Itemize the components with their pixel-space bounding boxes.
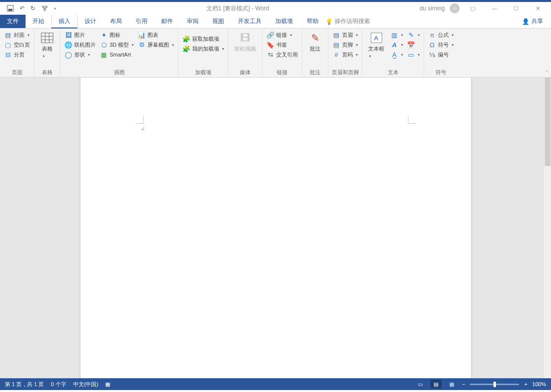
symbol-button[interactable]: Ω符号▾ <box>427 40 455 49</box>
signature-icon: ✎ <box>407 31 415 39</box>
ribbon-display-icon[interactable]: ▢ <box>464 3 481 14</box>
number-icon: ⅓ <box>428 51 436 58</box>
icons-icon: ✦ <box>100 31 108 39</box>
scrollbar-thumb[interactable] <box>545 78 551 166</box>
comment-icon: ✎ <box>308 31 322 44</box>
dropcap-icon: A̲ <box>390 51 398 58</box>
user-name[interactable]: du siming <box>420 5 445 12</box>
group-media: 🎞 联机视频 媒体 <box>229 28 262 77</box>
tab-insert[interactable]: 插入 <box>51 15 78 28</box>
smartart-button[interactable]: ▦SmartArt <box>99 50 135 59</box>
group-pages: ▤封面▾ ▢空白页 ⊟分页 页面 <box>0 28 34 77</box>
zoom-level[interactable]: 100% <box>532 381 546 387</box>
shapes-icon: ◯ <box>64 51 72 58</box>
margin-marker-icon <box>136 116 144 124</box>
wordart-icon: A <box>390 41 398 49</box>
page[interactable]: ↲ <box>81 78 471 378</box>
page-number-button[interactable]: #页码▾ <box>331 50 359 59</box>
avatar[interactable] <box>450 3 460 13</box>
my-addins-icon: 🧩 <box>182 45 190 53</box>
datetime-icon: 📅 <box>407 41 415 49</box>
tab-help[interactable]: 帮助 <box>300 15 325 28</box>
table-button[interactable]: 表格▾ <box>36 29 58 60</box>
page-break-button[interactable]: ⊟分页 <box>3 50 31 59</box>
redo-icon[interactable]: ↻ <box>30 5 35 12</box>
tab-design[interactable]: 设计 <box>78 15 103 28</box>
blank-page-button[interactable]: ▢空白页 <box>3 40 31 49</box>
close-icon[interactable]: ✕ <box>529 3 546 14</box>
undo-icon[interactable]: ↶ <box>20 5 25 12</box>
equation-button[interactable]: π公式▾ <box>427 30 455 39</box>
drop-cap-button[interactable]: A̲▾ <box>389 50 404 59</box>
pictures-button[interactable]: 🖼图片 <box>63 30 97 39</box>
pictures-icon: 🖼 <box>64 31 72 39</box>
maximize-icon[interactable]: ☐ <box>508 3 524 14</box>
ribbon: ▤封面▾ ▢空白页 ⊟分页 页面 表格▾ 表格 🖼图片 🌐联机图片 ◯形状▾ ✦… <box>0 28 551 78</box>
number-button[interactable]: ⅓编号 <box>427 50 455 59</box>
word-count[interactable]: 0 个字 <box>51 381 66 388</box>
tell-me-search[interactable]: 💡 操作说明搜索 <box>325 15 379 28</box>
chart-button[interactable]: 📊图表 <box>137 30 175 39</box>
group-label: 页眉和页脚 <box>330 68 360 77</box>
zoom-slider[interactable] <box>470 384 519 385</box>
comment-button[interactable]: ✎ 批注 <box>304 29 326 55</box>
web-layout-icon[interactable]: ▦ <box>446 380 457 389</box>
minimize-icon[interactable]: — <box>486 3 503 14</box>
page-break-icon: ⊟ <box>4 51 12 58</box>
screenshot-button[interactable]: ⧉屏幕截图▾ <box>137 40 175 49</box>
language-indicator[interactable]: 中文(中国) <box>73 381 98 388</box>
tab-view[interactable]: 视图 <box>205 15 231 28</box>
textbox-button[interactable]: A 文本框▾ <box>364 29 388 60</box>
cross-reference-button[interactable]: ⇆交叉引用 <box>265 50 299 59</box>
header-icon: ▤ <box>332 31 340 39</box>
object-button[interactable]: ▭▾ <box>406 50 421 59</box>
link-button[interactable]: 🔗链接▾ <box>265 30 299 39</box>
tab-home[interactable]: 开始 <box>26 15 51 28</box>
wordart-button[interactable]: A▾ <box>389 40 404 49</box>
customize-qat-icon[interactable] <box>41 5 48 12</box>
shapes-button[interactable]: ◯形状▾ <box>63 50 97 59</box>
cover-page-button[interactable]: ▤封面▾ <box>3 30 31 39</box>
svg-point-3 <box>45 6 47 8</box>
signature-line-button[interactable]: ✎▾ <box>406 30 421 39</box>
tab-references[interactable]: 引用 <box>129 15 154 28</box>
cover-page-icon: ▤ <box>4 31 12 39</box>
group-label: 链接 <box>264 68 300 77</box>
quick-parts-icon: ▥ <box>390 31 398 39</box>
print-layout-icon[interactable]: ▤ <box>431 380 441 389</box>
quick-parts-button[interactable]: ▥▾ <box>389 30 404 39</box>
svg-point-2 <box>42 6 44 8</box>
save-icon[interactable] <box>7 5 14 12</box>
bookmark-button[interactable]: 🔖书签 <box>265 40 299 49</box>
vertical-scrollbar[interactable] <box>543 78 551 378</box>
svg-point-4 <box>44 9 46 11</box>
page-indicator[interactable]: 第 1 页，共 1 页 <box>5 381 44 388</box>
share-button[interactable]: 👤 共享 <box>522 15 551 28</box>
object-icon: ▭ <box>407 51 415 58</box>
macro-indicator-icon[interactable]: ▦ <box>105 381 110 388</box>
header-button[interactable]: ▤页眉▾ <box>331 30 359 39</box>
collapse-ribbon-icon[interactable]: ˄ <box>546 70 548 75</box>
svg-rect-1 <box>8 9 12 11</box>
zoom-slider-thumb[interactable] <box>493 382 496 387</box>
get-addins-button[interactable]: 🧩获取加载项 <box>181 34 225 43</box>
date-time-button[interactable]: 📅 <box>406 40 421 49</box>
tab-file[interactable]: 文件 <box>0 15 26 28</box>
tab-developer[interactable]: 开发工具 <box>231 15 268 28</box>
online-pictures-button[interactable]: 🌐联机图片 <box>63 40 97 49</box>
online-pictures-icon: 🌐 <box>64 41 72 49</box>
icons-button[interactable]: ✦图标 <box>99 30 135 39</box>
3d-models-button[interactable]: ⬡3D 模型▾ <box>99 40 135 49</box>
group-addins: 🧩获取加载项 🧩我的加载项▾ 加载项 <box>178 28 229 77</box>
read-mode-icon[interactable]: ▭ <box>415 380 426 389</box>
zoom-out-button[interactable]: − <box>462 381 465 387</box>
margin-marker-icon <box>408 116 416 124</box>
tab-mailings[interactable]: 邮件 <box>154 15 180 28</box>
tab-layout[interactable]: 布局 <box>103 15 129 28</box>
tab-review[interactable]: 审阅 <box>180 15 205 28</box>
footer-button[interactable]: ▤页脚▾ <box>331 40 359 49</box>
my-addins-button[interactable]: 🧩我的加载项▾ <box>181 44 225 53</box>
tab-addins[interactable]: 加载项 <box>268 15 300 28</box>
zoom-in-button[interactable]: + <box>524 381 527 387</box>
ribbon-tabs: 文件 开始 插入 设计 布局 引用 邮件 审阅 视图 开发工具 加载项 帮助 💡… <box>0 15 551 28</box>
